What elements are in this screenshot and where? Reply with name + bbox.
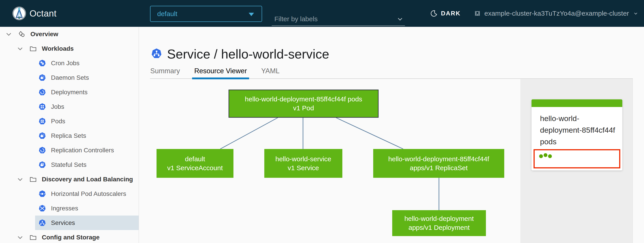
sidebar-item-discovery-and-load-balancing[interactable]: Discovery and Load Balancing: [0, 172, 139, 187]
chevron-down-icon[interactable]: [16, 234, 24, 241]
graph-node-label: hello-world-deployment-85ff4cf44f pods: [245, 95, 362, 104]
octant-logo-icon: [12, 6, 26, 20]
tab-bar: SummaryResource ViewerYAML: [148, 65, 292, 79]
ingresses-icon: [38, 205, 46, 212]
top-header-bar: Octant default DARK example-cluster-ka3T: [0, 0, 644, 27]
tab-resource-viewer[interactable]: Resource Viewer: [192, 65, 249, 79]
graph-node-label: hello-world-deployment: [404, 214, 474, 223]
label-filter: [272, 13, 405, 26]
pod-detail-card[interactable]: hello-world-deployment-85ff4cf44f pods: [532, 99, 622, 170]
replica-sets-icon: [38, 132, 46, 140]
sidebar-item-replica-sets[interactable]: Replica Sets: [0, 128, 139, 143]
sidebar-item-label: Daemon Sets: [51, 74, 89, 81]
stateful-sets-icon: [38, 161, 46, 169]
tab-yaml[interactable]: YAML: [259, 65, 282, 79]
graph-node-label: default: [185, 155, 205, 164]
sidebar-item-label: Overview: [30, 31, 58, 38]
cron-jobs-icon: [38, 59, 46, 67]
sidebar-nav: OverviewWorkloadsCron JobsDaemon SetsDep…: [0, 27, 139, 243]
folder-icon: [29, 45, 37, 52]
namespace-select[interactable]: default: [150, 6, 262, 22]
card-title: hello-world-deployment-85ff4cf44f pods: [540, 113, 616, 147]
sidebar-item-label: Services: [51, 219, 75, 227]
sidebar-item-services[interactable]: Services: [0, 216, 139, 230]
tab-summary[interactable]: Summary: [148, 65, 182, 79]
graph-node-label: v1 ServiceAccount: [167, 164, 223, 172]
sidebar-item-label: Config and Storage: [42, 234, 100, 241]
chevron-down-icon[interactable]: [16, 176, 24, 183]
card-status-bar: [532, 99, 622, 107]
sidebar-item-config-and-storage[interactable]: Config and Storage: [0, 230, 139, 243]
daemon-sets-icon: [38, 74, 46, 81]
sidebar-item-label: Cron Jobs: [51, 60, 80, 67]
graph-node-serviceaccount[interactable]: defaultv1 ServiceAccount: [156, 149, 234, 178]
graph-node-label: hello-world-deployment-85ff4cf44f: [388, 155, 489, 164]
chevron-down-icon[interactable]: [16, 45, 24, 52]
folder-icon: [29, 234, 37, 241]
graph-node-label: apps/v1 Deployment: [408, 223, 470, 232]
graph-node-label: v1 Pod: [293, 104, 314, 113]
sidebar-item-cron-jobs[interactable]: Cron Jobs: [0, 56, 139, 70]
page-title: Service / hello-world-service: [167, 46, 329, 62]
sidebar-item-pods[interactable]: Pods: [0, 114, 139, 128]
label-filter-input[interactable]: [274, 13, 391, 25]
sidebar-item-label: Workloads: [42, 45, 74, 52]
octant-app: Octant default DARK example-cluster-ka3T: [0, 0, 644, 243]
sidebar-item-label: Replica Sets: [51, 132, 86, 139]
context-chevron-down-icon: [633, 11, 638, 16]
sidebar-item-label: Horizontal Pod Autoscalers: [51, 190, 126, 198]
graph-node-deployment[interactable]: hello-world-deploymentapps/v1 Deployment: [392, 210, 486, 236]
graph-node-pod[interactable]: hello-world-deployment-85ff4cf44f podsv1…: [228, 90, 378, 118]
graph-node-replicaset[interactable]: hello-world-deployment-85ff4cf44fapps/v1…: [373, 149, 504, 178]
folder-icon: [29, 176, 37, 183]
app-title: Octant: [30, 0, 56, 27]
sidebar-item-jobs[interactable]: Jobs: [0, 99, 139, 114]
jobs-icon: [38, 103, 46, 111]
moon-icon: [431, 10, 438, 17]
sidebar-item-horizontal-pod-autoscalers[interactable]: Horizontal Pod Autoscalers: [0, 187, 139, 201]
replication-controllers-icon: [38, 147, 46, 154]
sidebar-item-daemon-sets[interactable]: Daemon Sets: [0, 70, 139, 85]
theme-toggle-button[interactable]: DARK: [431, 0, 461, 27]
services-icon: [38, 219, 46, 227]
cluster-context-label: example-cluster-ka3TuTzYo4a@example-clus…: [484, 9, 629, 17]
cluster-icon: [474, 9, 481, 17]
sidebar-item-overview[interactable]: Overview: [0, 27, 139, 41]
detail-panel: hello-world-deployment-85ff4cf44f pods: [520, 79, 633, 243]
sidebar-item-label: Deployments: [51, 89, 88, 96]
namespace-select-value: default: [157, 10, 177, 18]
theme-toggle-label: DARK: [441, 10, 461, 17]
service-icon: [151, 47, 162, 60]
sidebar-item-workloads[interactable]: Workloads: [0, 41, 139, 56]
graph-node-label: v1 Service: [288, 164, 319, 172]
sidebar-item-stateful-sets[interactable]: Stateful Sets: [0, 157, 139, 172]
pod-status-dots: [539, 154, 552, 158]
pods-icon: [38, 117, 46, 125]
chevron-down-icon[interactable]: [5, 30, 12, 38]
sidebar-item-ingresses[interactable]: Ingresses: [0, 201, 139, 216]
overview-icon: [18, 30, 26, 38]
pod-status-selection[interactable]: [534, 149, 620, 168]
sidebar-item-deployments[interactable]: Deployments: [0, 85, 139, 99]
sidebar-item-label: Replication Controllers: [51, 147, 114, 154]
sidebar-item-label: Jobs: [51, 103, 64, 110]
horizontal-pod-autoscalers-icon: [38, 190, 46, 198]
sidebar-item-replication-controllers[interactable]: Replication Controllers: [0, 143, 139, 157]
graph-node-label: apps/v1 ReplicaSet: [410, 164, 468, 172]
cluster-context-selector[interactable]: example-cluster-ka3TuTzYo4a@example-clus…: [474, 0, 638, 27]
sidebar-item-label: Pods: [51, 118, 65, 125]
dropdown-caret-icon: [249, 13, 254, 16]
deployments-icon: [38, 88, 46, 96]
filter-chevron-down-icon[interactable]: [396, 16, 404, 23]
graph-node-service[interactable]: hello-world-servicev1 Service: [264, 149, 342, 178]
pod-ok-dot[interactable]: [539, 154, 543, 158]
pod-ok-dot[interactable]: [544, 153, 548, 157]
pod-ok-dot[interactable]: [548, 154, 552, 158]
graph-node-label: hello-world-service: [275, 155, 331, 164]
sidebar-item-label: Ingresses: [51, 205, 78, 212]
sidebar-item-label: Discovery and Load Balancing: [42, 176, 133, 183]
sidebar-item-label: Stateful Sets: [51, 161, 86, 168]
